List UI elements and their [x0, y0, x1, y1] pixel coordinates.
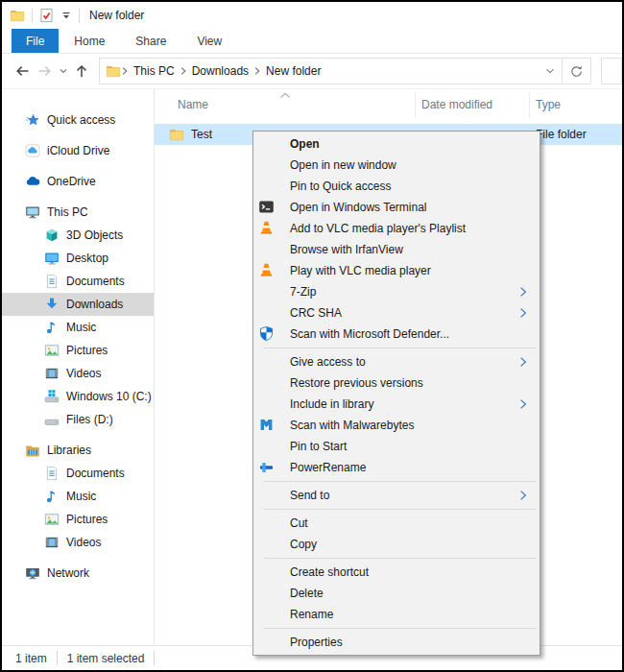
ribbon-tabs: FileHomeShareView [2, 29, 622, 54]
menu-item-label: Pin to Start [290, 440, 347, 453]
sidebar-item-files-d[interactable]: Files (D:) [2, 408, 154, 431]
column-header-date-modified[interactable]: Date modified [416, 92, 530, 117]
window-folder-icon[interactable] [10, 8, 25, 23]
address-history-dropdown-icon[interactable] [544, 65, 556, 77]
sidebar-item-videos[interactable]: Videos [2, 362, 154, 385]
ribbon-tab-share[interactable]: Share [120, 29, 181, 53]
column-headers: NameDate modifiedType [155, 92, 622, 117]
defender-icon [258, 325, 275, 342]
sidebar-item-label: 3D Objects [66, 228, 123, 242]
selected-count: 1 item selected [67, 652, 145, 665]
sidebar-item-videos[interactable]: Videos [2, 531, 154, 554]
back-button[interactable] [12, 59, 34, 84]
context-menu-item-rename[interactable]: Rename [253, 604, 540, 625]
sidebar-item-pictures[interactable]: Pictures [2, 339, 154, 362]
sidebar-item-network[interactable]: Network [2, 562, 154, 585]
context-menu: OpenOpen in new windowPin to Quick acces… [252, 131, 540, 656]
column-header-label: Name [178, 98, 208, 111]
qat-separator [32, 9, 33, 23]
ribbon-tab-view[interactable]: View [181, 29, 237, 53]
sidebar-item-desktop[interactable]: Desktop [2, 247, 154, 270]
context-menu-item-crc-sha[interactable]: CRC SHA [253, 302, 540, 324]
sidebar-item-downloads[interactable]: Downloads [2, 293, 154, 316]
column-header-type[interactable]: Type [530, 92, 622, 117]
context-menu-item-copy[interactable]: Copy [253, 534, 540, 555]
breadcrumb[interactable]: This PCDownloadsNew folder [99, 58, 563, 84]
up-button[interactable] [70, 59, 92, 84]
breadcrumb-chevron-icon [180, 66, 187, 76]
sidebar-item-label: Desktop [66, 252, 108, 265]
menu-item-label: Scan with Malwarebytes [290, 419, 414, 432]
context-menu-item-open[interactable]: Open [253, 133, 540, 155]
context-menu-item-open-in-windows-terminal[interactable]: Open in Windows Terminal [253, 197, 540, 218]
context-menu-item-powerrename[interactable]: PowerRename [253, 457, 540, 478]
column-header-label: Type [536, 98, 561, 111]
context-menu-item-add-to-vlc-media-player-s-playlist[interactable]: Add to VLC media player's Playlist [253, 218, 540, 239]
sidebar-item-music[interactable]: Music [2, 316, 154, 339]
menu-item-label: Cut [290, 516, 308, 530]
qat-properties-button[interactable] [39, 8, 54, 23]
sidebar-item-pictures[interactable]: Pictures [2, 508, 154, 531]
search-input[interactable] [601, 58, 622, 84]
submenu-arrow-icon [519, 307, 528, 319]
qat-customize-dropdown[interactable] [60, 10, 72, 21]
menu-item-label: Restore previous versions [290, 376, 423, 390]
ribbon-tab-file[interactable]: File [12, 29, 59, 53]
context-menu-item-play-with-vlc-media-player[interactable]: Play with VLC media player [253, 260, 540, 281]
sidebar-item-label: iCloud Drive [47, 144, 109, 157]
menu-item-label: Give access to [290, 355, 366, 369]
menu-separator [263, 558, 537, 559]
menu-item-label: Copy [290, 538, 317, 551]
sidebar-item-label: Pictures [66, 513, 108, 526]
sidebar-item-quick-access[interactable]: Quick access [2, 108, 154, 132]
sidebar-item-3d-objects[interactable]: 3D Objects [2, 224, 154, 247]
sidebar-item-windows-10-c[interactable]: Windows 10 (C:) [2, 385, 154, 408]
sidebar-item-this-pc[interactable]: This PC [2, 201, 154, 224]
context-menu-item-browse-with-irfanview[interactable]: Browse with IrfanView [253, 239, 540, 260]
context-menu-item-restore-previous-versions[interactable]: Restore previous versions [253, 372, 540, 394]
context-menu-item-pin-to-quick-access[interactable]: Pin to Quick access [253, 176, 540, 197]
sidebar-item-documents[interactable]: Documents [2, 270, 154, 293]
refresh-button[interactable] [563, 58, 591, 84]
menu-item-label: Delete [290, 587, 324, 600]
context-menu-item-send-to[interactable]: Send to [253, 485, 540, 506]
recent-locations-dropdown[interactable] [56, 59, 70, 84]
sidebar-item-music[interactable]: Music [2, 485, 154, 508]
items-count: 1 item [15, 652, 47, 665]
video-icon [44, 366, 60, 381]
context-menu-item-give-access-to[interactable]: Give access to [253, 351, 540, 372]
context-menu-item-cut[interactable]: Cut [253, 513, 540, 534]
context-menu-item-properties[interactable]: Properties [253, 632, 540, 653]
explorer-window: New folder FileHomeShareView This PCDown… [0, 0, 624, 672]
forward-button[interactable] [34, 59, 56, 84]
sidebar-item-icloud-drive[interactable]: iCloud Drive [2, 139, 154, 162]
sidebar-item-label: Quick access [47, 113, 115, 127]
submenu-arrow-icon [519, 356, 528, 368]
address-bar: This PCDownloadsNew folder [2, 54, 622, 89]
ribbon-tab-home[interactable]: Home [59, 29, 120, 53]
menu-item-label: Send to [290, 489, 329, 502]
sidebar-item-documents[interactable]: Documents [2, 462, 154, 485]
status-separator [154, 651, 155, 665]
onedrive-icon [25, 174, 40, 189]
video-icon [44, 535, 60, 550]
context-menu-item-include-in-library[interactable]: Include in library [253, 394, 540, 415]
sidebar-item-libraries[interactable]: Libraries [2, 439, 154, 462]
breadcrumb-chevron-icon [253, 66, 261, 76]
quick-access-star-icon [25, 112, 40, 128]
sidebar-item-label: Files (D:) [66, 413, 113, 426]
context-menu-item-create-shortcut[interactable]: Create shortcut [253, 562, 540, 583]
sidebar-item-label: This PC [47, 205, 88, 219]
sidebar-item-onedrive[interactable]: OneDrive [2, 170, 154, 193]
context-menu-item-scan-with-malwarebytes[interactable]: Scan with Malwarebytes [253, 415, 540, 436]
context-menu-item-delete[interactable]: Delete [253, 583, 540, 604]
context-menu-item-pin-to-start[interactable]: Pin to Start [253, 436, 540, 457]
menu-item-label: 7-Zip [290, 285, 316, 299]
context-menu-item-open-in-new-window[interactable]: Open in new window [253, 155, 540, 176]
breadcrumb-item-downloads[interactable]: Downloads [187, 64, 253, 78]
breadcrumb-item-new-folder[interactable]: New folder [261, 64, 325, 78]
context-menu-item-scan-with-microsoft-defender[interactable]: Scan with Microsoft Defender... [253, 324, 540, 345]
menu-item-label: Open in new window [290, 158, 396, 172]
context-menu-item-7-zip[interactable]: 7-Zip [253, 281, 540, 302]
breadcrumb-item-this-pc[interactable]: This PC [129, 64, 180, 78]
